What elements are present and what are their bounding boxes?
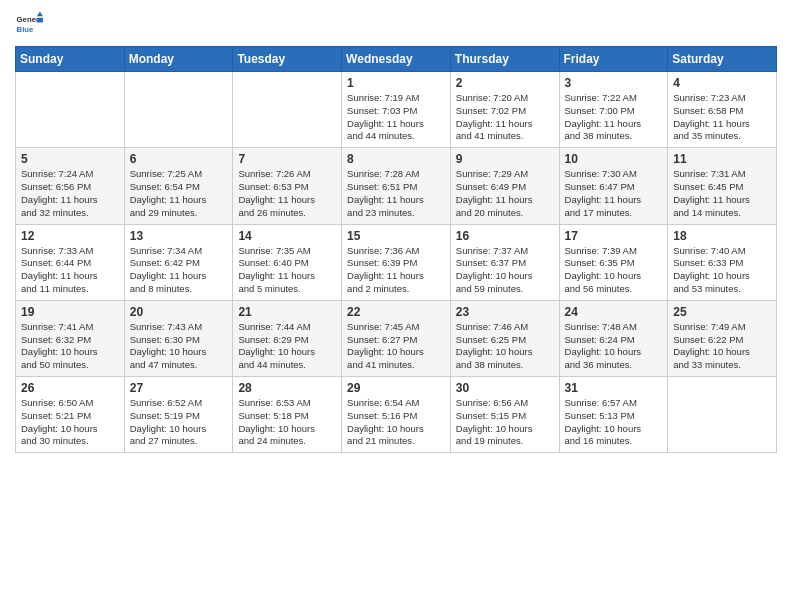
day-number: 21 bbox=[238, 305, 336, 319]
day-info: Sunrise: 7:48 AM Sunset: 6:24 PM Dayligh… bbox=[565, 321, 663, 372]
calendar-cell: 25Sunrise: 7:49 AM Sunset: 6:22 PM Dayli… bbox=[668, 300, 777, 376]
day-number: 16 bbox=[456, 229, 554, 243]
calendar-cell bbox=[233, 72, 342, 148]
calendar-cell bbox=[668, 377, 777, 453]
day-info: Sunrise: 7:26 AM Sunset: 6:53 PM Dayligh… bbox=[238, 168, 336, 219]
weekday-sunday: Sunday bbox=[16, 47, 125, 72]
logo: General Blue bbox=[15, 10, 47, 38]
calendar-table: SundayMondayTuesdayWednesdayThursdayFrid… bbox=[15, 46, 777, 453]
day-number: 20 bbox=[130, 305, 228, 319]
calendar-cell: 22Sunrise: 7:45 AM Sunset: 6:27 PM Dayli… bbox=[342, 300, 451, 376]
day-number: 25 bbox=[673, 305, 771, 319]
calendar-week-3: 12Sunrise: 7:33 AM Sunset: 6:44 PM Dayli… bbox=[16, 224, 777, 300]
weekday-friday: Friday bbox=[559, 47, 668, 72]
day-number: 4 bbox=[673, 76, 771, 90]
day-number: 17 bbox=[565, 229, 663, 243]
calendar-cell: 5Sunrise: 7:24 AM Sunset: 6:56 PM Daylig… bbox=[16, 148, 125, 224]
day-info: Sunrise: 7:39 AM Sunset: 6:35 PM Dayligh… bbox=[565, 245, 663, 296]
calendar-cell: 20Sunrise: 7:43 AM Sunset: 6:30 PM Dayli… bbox=[124, 300, 233, 376]
day-info: Sunrise: 7:33 AM Sunset: 6:44 PM Dayligh… bbox=[21, 245, 119, 296]
day-info: Sunrise: 7:23 AM Sunset: 6:58 PM Dayligh… bbox=[673, 92, 771, 143]
calendar-cell: 10Sunrise: 7:30 AM Sunset: 6:47 PM Dayli… bbox=[559, 148, 668, 224]
day-number: 7 bbox=[238, 152, 336, 166]
day-number: 31 bbox=[565, 381, 663, 395]
calendar-cell bbox=[16, 72, 125, 148]
day-info: Sunrise: 7:24 AM Sunset: 6:56 PM Dayligh… bbox=[21, 168, 119, 219]
calendar-cell: 6Sunrise: 7:25 AM Sunset: 6:54 PM Daylig… bbox=[124, 148, 233, 224]
calendar-cell: 12Sunrise: 7:33 AM Sunset: 6:44 PM Dayli… bbox=[16, 224, 125, 300]
weekday-tuesday: Tuesday bbox=[233, 47, 342, 72]
calendar-cell: 9Sunrise: 7:29 AM Sunset: 6:49 PM Daylig… bbox=[450, 148, 559, 224]
day-number: 28 bbox=[238, 381, 336, 395]
calendar-cell: 31Sunrise: 6:57 AM Sunset: 5:13 PM Dayli… bbox=[559, 377, 668, 453]
calendar-cell: 29Sunrise: 6:54 AM Sunset: 5:16 PM Dayli… bbox=[342, 377, 451, 453]
day-info: Sunrise: 7:41 AM Sunset: 6:32 PM Dayligh… bbox=[21, 321, 119, 372]
day-number: 18 bbox=[673, 229, 771, 243]
calendar-cell: 16Sunrise: 7:37 AM Sunset: 6:37 PM Dayli… bbox=[450, 224, 559, 300]
day-number: 2 bbox=[456, 76, 554, 90]
day-number: 22 bbox=[347, 305, 445, 319]
calendar-cell: 21Sunrise: 7:44 AM Sunset: 6:29 PM Dayli… bbox=[233, 300, 342, 376]
calendar-cell: 18Sunrise: 7:40 AM Sunset: 6:33 PM Dayli… bbox=[668, 224, 777, 300]
day-info: Sunrise: 6:50 AM Sunset: 5:21 PM Dayligh… bbox=[21, 397, 119, 448]
calendar-cell: 23Sunrise: 7:46 AM Sunset: 6:25 PM Dayli… bbox=[450, 300, 559, 376]
day-info: Sunrise: 6:53 AM Sunset: 5:18 PM Dayligh… bbox=[238, 397, 336, 448]
day-number: 11 bbox=[673, 152, 771, 166]
calendar-cell: 8Sunrise: 7:28 AM Sunset: 6:51 PM Daylig… bbox=[342, 148, 451, 224]
calendar-cell: 28Sunrise: 6:53 AM Sunset: 5:18 PM Dayli… bbox=[233, 377, 342, 453]
day-number: 30 bbox=[456, 381, 554, 395]
svg-text:Blue: Blue bbox=[17, 25, 35, 34]
weekday-wednesday: Wednesday bbox=[342, 47, 451, 72]
day-info: Sunrise: 7:35 AM Sunset: 6:40 PM Dayligh… bbox=[238, 245, 336, 296]
day-number: 3 bbox=[565, 76, 663, 90]
calendar-cell: 17Sunrise: 7:39 AM Sunset: 6:35 PM Dayli… bbox=[559, 224, 668, 300]
day-number: 23 bbox=[456, 305, 554, 319]
calendar-cell: 24Sunrise: 7:48 AM Sunset: 6:24 PM Dayli… bbox=[559, 300, 668, 376]
calendar-cell: 14Sunrise: 7:35 AM Sunset: 6:40 PM Dayli… bbox=[233, 224, 342, 300]
day-number: 19 bbox=[21, 305, 119, 319]
day-number: 12 bbox=[21, 229, 119, 243]
day-number: 1 bbox=[347, 76, 445, 90]
day-info: Sunrise: 6:52 AM Sunset: 5:19 PM Dayligh… bbox=[130, 397, 228, 448]
day-info: Sunrise: 7:40 AM Sunset: 6:33 PM Dayligh… bbox=[673, 245, 771, 296]
calendar-cell: 2Sunrise: 7:20 AM Sunset: 7:02 PM Daylig… bbox=[450, 72, 559, 148]
weekday-thursday: Thursday bbox=[450, 47, 559, 72]
calendar-cell: 3Sunrise: 7:22 AM Sunset: 7:00 PM Daylig… bbox=[559, 72, 668, 148]
calendar-cell: 30Sunrise: 6:56 AM Sunset: 5:15 PM Dayli… bbox=[450, 377, 559, 453]
day-info: Sunrise: 7:49 AM Sunset: 6:22 PM Dayligh… bbox=[673, 321, 771, 372]
calendar-week-1: 1Sunrise: 7:19 AM Sunset: 7:03 PM Daylig… bbox=[16, 72, 777, 148]
calendar-week-4: 19Sunrise: 7:41 AM Sunset: 6:32 PM Dayli… bbox=[16, 300, 777, 376]
calendar-cell: 7Sunrise: 7:26 AM Sunset: 6:53 PM Daylig… bbox=[233, 148, 342, 224]
weekday-monday: Monday bbox=[124, 47, 233, 72]
day-info: Sunrise: 7:43 AM Sunset: 6:30 PM Dayligh… bbox=[130, 321, 228, 372]
day-info: Sunrise: 7:31 AM Sunset: 6:45 PM Dayligh… bbox=[673, 168, 771, 219]
calendar-cell: 1Sunrise: 7:19 AM Sunset: 7:03 PM Daylig… bbox=[342, 72, 451, 148]
day-info: Sunrise: 6:54 AM Sunset: 5:16 PM Dayligh… bbox=[347, 397, 445, 448]
calendar-cell: 26Sunrise: 6:50 AM Sunset: 5:21 PM Dayli… bbox=[16, 377, 125, 453]
day-info: Sunrise: 7:44 AM Sunset: 6:29 PM Dayligh… bbox=[238, 321, 336, 372]
day-number: 27 bbox=[130, 381, 228, 395]
day-info: Sunrise: 7:22 AM Sunset: 7:00 PM Dayligh… bbox=[565, 92, 663, 143]
day-info: Sunrise: 7:37 AM Sunset: 6:37 PM Dayligh… bbox=[456, 245, 554, 296]
calendar-cell: 19Sunrise: 7:41 AM Sunset: 6:32 PM Dayli… bbox=[16, 300, 125, 376]
day-info: Sunrise: 7:34 AM Sunset: 6:42 PM Dayligh… bbox=[130, 245, 228, 296]
calendar-cell: 11Sunrise: 7:31 AM Sunset: 6:45 PM Dayli… bbox=[668, 148, 777, 224]
day-number: 15 bbox=[347, 229, 445, 243]
calendar-week-5: 26Sunrise: 6:50 AM Sunset: 5:21 PM Dayli… bbox=[16, 377, 777, 453]
day-number: 13 bbox=[130, 229, 228, 243]
calendar-cell bbox=[124, 72, 233, 148]
day-info: Sunrise: 7:46 AM Sunset: 6:25 PM Dayligh… bbox=[456, 321, 554, 372]
day-info: Sunrise: 6:57 AM Sunset: 5:13 PM Dayligh… bbox=[565, 397, 663, 448]
day-info: Sunrise: 7:19 AM Sunset: 7:03 PM Dayligh… bbox=[347, 92, 445, 143]
day-number: 6 bbox=[130, 152, 228, 166]
calendar-cell: 4Sunrise: 7:23 AM Sunset: 6:58 PM Daylig… bbox=[668, 72, 777, 148]
day-number: 9 bbox=[456, 152, 554, 166]
day-info: Sunrise: 7:36 AM Sunset: 6:39 PM Dayligh… bbox=[347, 245, 445, 296]
day-number: 29 bbox=[347, 381, 445, 395]
weekday-saturday: Saturday bbox=[668, 47, 777, 72]
day-number: 24 bbox=[565, 305, 663, 319]
day-number: 5 bbox=[21, 152, 119, 166]
day-info: Sunrise: 7:20 AM Sunset: 7:02 PM Dayligh… bbox=[456, 92, 554, 143]
day-info: Sunrise: 7:45 AM Sunset: 6:27 PM Dayligh… bbox=[347, 321, 445, 372]
day-info: Sunrise: 7:25 AM Sunset: 6:54 PM Dayligh… bbox=[130, 168, 228, 219]
